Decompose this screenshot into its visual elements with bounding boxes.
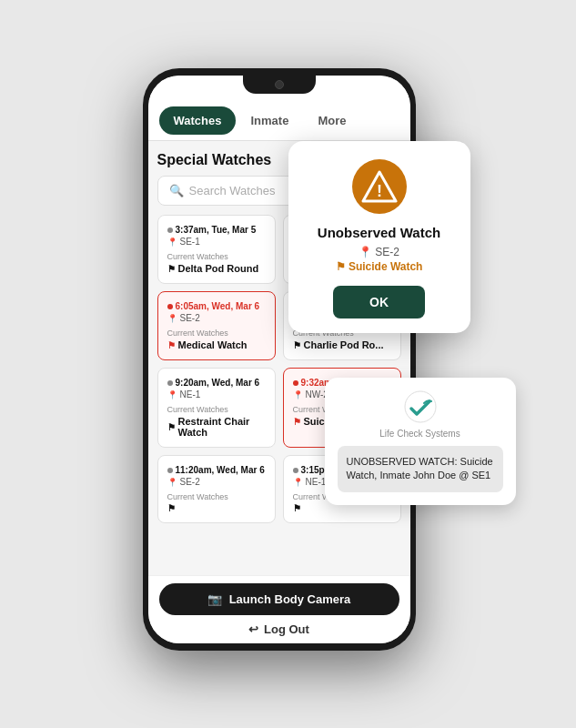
dot-8 — [293, 468, 298, 473]
card-location-1: 📍 SE-1 — [167, 237, 266, 247]
logout-label: Log Out — [264, 622, 309, 636]
tab-bar: Watches Inmate More — [148, 101, 410, 141]
popup-title: Unobserved Watch — [303, 225, 456, 240]
tab-watches[interactable]: Watches — [159, 106, 237, 135]
flag-icon-3: ⚑ — [167, 340, 176, 350]
notif-brand: Life Check Systems — [338, 429, 503, 439]
dot-5 — [167, 380, 173, 386]
card-label-1: Current Watches — [167, 252, 266, 261]
watch-card-3[interactable]: 6:05am, Wed, Mar 6 📍 SE-2 Current Watche… — [157, 291, 276, 360]
flag-icon-8: ⚑ — [293, 503, 301, 513]
logout-button[interactable]: ↩ Log Out — [159, 622, 399, 636]
popup-watch-type: ⚑ Suicide Watch — [303, 260, 456, 273]
svg-point-2 — [405, 391, 436, 422]
card-time-7: 11:20am, Wed, Mar 6 — [167, 465, 266, 475]
flag-icon-1: ⚑ — [167, 264, 176, 274]
launch-camera-button[interactable]: 📷 Launch Body Camera — [159, 583, 399, 615]
card-location-3: 📍 SE-2 — [167, 313, 266, 323]
notif-logo — [338, 390, 503, 423]
svg-text:!: ! — [377, 182, 382, 200]
scene: Watches Inmate More Special Watches 🔍 Se… — [143, 68, 434, 687]
card-location-7: 📍 SE-2 — [167, 477, 266, 487]
card-time-5: 9:20am, Wed, Mar 6 — [167, 378, 266, 388]
dot-3 — [167, 304, 173, 309]
bottom-bar: 📷 Launch Body Camera ↩ Log Out — [148, 575, 410, 643]
watch-card-5[interactable]: 9:20am, Wed, Mar 6 📍 NE-1 Current Watche… — [157, 368, 276, 448]
logout-icon: ↩ — [248, 622, 258, 636]
card-watch-name-4: ⚑ Charlie Pod Ro... — [293, 339, 391, 350]
card-time-3: 6:05am, Wed, Mar 6 — [167, 301, 266, 311]
card-watch-name-1: ⚑ Delta Pod Round — [167, 263, 266, 274]
flag-icon-7: ⚑ — [167, 503, 176, 513]
card-location-5: 📍 NE-1 — [167, 389, 266, 399]
dot-1 — [167, 228, 173, 233]
pin-icon-5: 📍 — [167, 390, 177, 399]
life-check-logo — [404, 390, 437, 423]
watch-card-1[interactable]: 3:37am, Tue, Mar 5 📍 SE-1 Current Watche… — [157, 215, 276, 284]
flag-icon-5: ⚑ — [167, 422, 176, 432]
watch-card-7[interactable]: 11:20am, Wed, Mar 6 📍 SE-2 Current Watch… — [157, 455, 276, 523]
pin-icon-1: 📍 — [167, 238, 177, 247]
launch-label: Launch Body Camera — [229, 592, 351, 606]
tab-inmate[interactable]: Inmate — [236, 106, 303, 135]
warning-triangle-svg: ! — [361, 170, 398, 203]
pin-icon-8: 📍 — [293, 478, 303, 487]
card-watch-name-3: ⚑ Medical Watch — [167, 339, 266, 350]
flag-icon-4: ⚑ — [293, 340, 301, 350]
phone-notch — [243, 76, 316, 94]
notif-message: UNOBSERVED WATCH: Suicide Watch, Inmate … — [338, 446, 503, 492]
alert-popup: ! Unobserved Watch 📍 SE-2 ⚑ Suicide Watc… — [288, 141, 470, 333]
card-label-3: Current Watches — [167, 329, 266, 338]
pin-icon-7: 📍 — [167, 478, 177, 487]
alert-triangle-icon: ! — [352, 159, 407, 214]
pin-icon-3: 📍 — [167, 314, 177, 323]
camera-dot — [275, 80, 284, 89]
pin-icon-6: 📍 — [293, 390, 303, 399]
search-placeholder: Search Watches — [189, 184, 276, 197]
camera-icon: 📷 — [207, 592, 222, 606]
popup-pin-icon: 📍 — [359, 246, 372, 258]
card-watch-name-5: ⚑ Restraint Chair Watch — [167, 416, 266, 438]
popup-ok-button[interactable]: OK — [333, 286, 425, 318]
dot-7 — [167, 468, 173, 473]
popup-location: 📍 SE-2 — [303, 246, 456, 258]
card-label-5: Current Watches — [167, 405, 266, 414]
dot-6 — [293, 380, 298, 386]
search-icon: 🔍 — [169, 184, 184, 197]
card-watch-name-7: ⚑ — [167, 503, 266, 513]
flag-icon-6: ⚑ — [293, 417, 301, 427]
card-time-1: 3:37am, Tue, Mar 5 — [167, 225, 266, 235]
card-label-7: Current Watches — [167, 492, 266, 501]
notification-card: Life Check Systems UNOBSERVED WATCH: Sui… — [325, 378, 516, 505]
tab-more[interactable]: More — [303, 106, 360, 135]
